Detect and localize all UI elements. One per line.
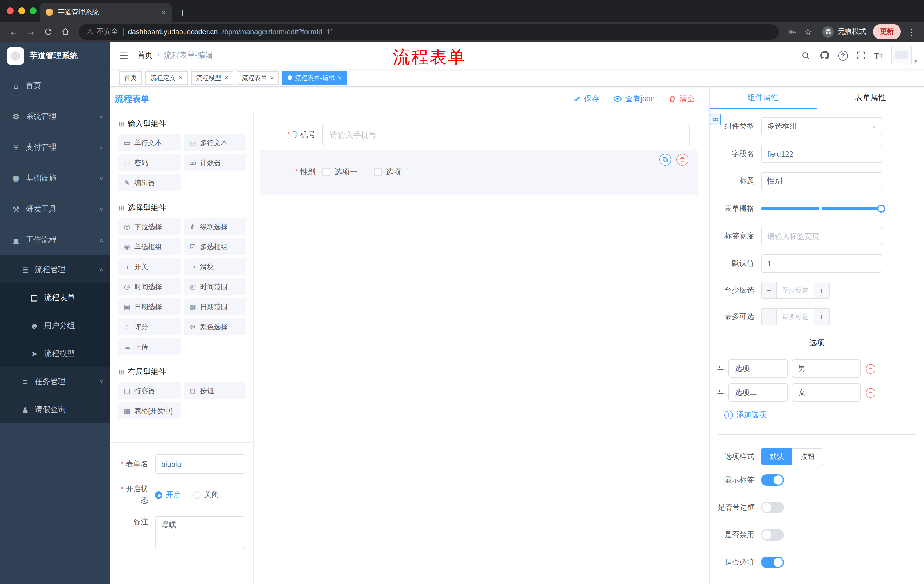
tag-home[interactable]: 首页	[119, 71, 142, 84]
sidebar-item-process-model[interactable]: ➤流程模型	[0, 339, 111, 367]
tab-component-props[interactable]: 组件属性	[710, 87, 817, 109]
plus-button[interactable]: +	[813, 282, 829, 298]
collapse-sidebar-icon[interactable]	[111, 51, 137, 60]
sidebar-item-task-management[interactable]: ≡任务管理∨	[0, 367, 111, 395]
checkbox-option[interactable]: 选项二	[374, 167, 409, 177]
drag-handle-icon[interactable]	[716, 388, 724, 396]
user-menu[interactable]: ▾	[891, 46, 917, 65]
action-view-json-button[interactable]: 查看json	[613, 94, 655, 104]
palette-item-row-container[interactable]: ▢行容器	[118, 382, 181, 400]
password-key-icon[interactable]	[784, 24, 799, 39]
link-icon[interactable]	[710, 114, 721, 125]
plus-button[interactable]: +	[813, 309, 829, 324]
title-input[interactable]	[761, 172, 882, 190]
gender-field[interactable]: 性别 选项一选项二	[260, 167, 698, 177]
delete-field-icon[interactable]	[676, 154, 688, 166]
palette-item-rate[interactable]: ☆评分	[118, 318, 181, 336]
palette-item-editor[interactable]: ✎编辑器	[118, 174, 181, 191]
max-select-input[interactable]	[777, 309, 813, 324]
palette-item-table-dev[interactable]: ▦表格[开发中]	[118, 402, 181, 419]
security-indicator[interactable]: ⚠ 不安全	[87, 27, 118, 36]
reload-icon[interactable]	[40, 24, 56, 40]
palette-item-date-range[interactable]: ▩日期范围	[184, 298, 246, 316]
tab-form-props[interactable]: 表单属性	[817, 87, 924, 109]
palette-item-select[interactable]: ◎下拉选择	[118, 218, 181, 235]
form-canvas[interactable]: 手机号	[254, 111, 709, 584]
minimize-window-button[interactable]	[18, 7, 25, 14]
default-value-input[interactable]	[761, 254, 882, 273]
home-icon[interactable]	[57, 24, 73, 40]
gender-field-selected[interactable]: 性别 选项一选项二	[260, 150, 698, 196]
palette-item-slider[interactable]: ⊸滑块	[184, 258, 246, 275]
sidebar-item-home[interactable]: ⌂首页	[0, 70, 111, 101]
tag-process-model[interactable]: 流程模型×	[191, 71, 233, 84]
minus-button[interactable]: −	[762, 309, 777, 324]
circle-minus-icon[interactable]: −	[866, 364, 875, 373]
disabled-switch[interactable]	[761, 529, 784, 541]
field-name-input[interactable]	[761, 145, 882, 163]
slider-handle[interactable]	[877, 204, 885, 212]
sidebar-item-leave-query[interactable]: ♟请假查询	[0, 395, 111, 423]
status-off-radio[interactable]: 关闭	[193, 490, 219, 500]
palette-item-upload[interactable]: ☁上传	[118, 338, 181, 355]
sidebar-item-process-management[interactable]: ≣流程管理∧	[0, 255, 111, 283]
palette-item-date-picker[interactable]: ▣日期选择	[118, 298, 181, 316]
palette-item-switch[interactable]: ◑开关	[118, 258, 181, 275]
palette-item-password[interactable]: ⊡密码	[118, 154, 181, 171]
tag-close-icon[interactable]: ×	[270, 74, 274, 81]
remark-textarea[interactable]: 嘿嘿	[155, 516, 245, 549]
breadcrumb-home[interactable]: 首页	[137, 50, 153, 61]
palette-item-button[interactable]: ◻按钮	[184, 382, 246, 400]
back-icon[interactable]: ←	[6, 24, 22, 40]
palette-item-time-range[interactable]: ◴时间范围	[184, 278, 246, 295]
palette-item-counter[interactable]: 123计数器	[184, 154, 246, 171]
status-on-radio[interactable]: 开启	[155, 490, 181, 500]
action-clear-button[interactable]: 清空	[668, 94, 695, 104]
update-button[interactable]: 更新	[873, 24, 901, 39]
sidebar-item-infrastructure[interactable]: ▦基础设施∨	[0, 163, 111, 194]
add-option-button[interactable]: + 添加选项	[724, 410, 924, 420]
required-switch[interactable]	[761, 556, 784, 568]
address-bar[interactable]: ⚠ 不安全 dashboard.yudao.iocoder.cn/bpm/man…	[79, 24, 779, 40]
checkbox-icon[interactable]	[322, 168, 330, 176]
close-window-button[interactable]	[7, 7, 14, 14]
tag-close-icon[interactable]: ×	[338, 74, 342, 81]
tag-process-form[interactable]: 流程表单×	[237, 71, 279, 84]
tag-process-form-edit[interactable]: 流程表单-编辑×	[282, 71, 347, 84]
circle-minus-icon[interactable]: −	[866, 388, 875, 397]
browser-tab[interactable]: 芋道管理系统 ×	[40, 3, 172, 22]
sidebar-item-workflow[interactable]: ▣工作流程∧	[0, 225, 111, 255]
palette-item-time-picker[interactable]: ◷时间选择	[118, 278, 181, 295]
show-label-switch[interactable]	[761, 474, 784, 486]
github-icon[interactable]	[819, 50, 829, 61]
phone-field[interactable]: 手机号	[254, 125, 709, 145]
forward-icon[interactable]: →	[23, 24, 39, 40]
tag-close-icon[interactable]: ×	[224, 74, 228, 81]
option-value-input[interactable]	[792, 359, 861, 378]
palette-item-checkbox-group[interactable]: ☑多选框组	[184, 238, 246, 255]
palette-item-radio-group[interactable]: ◉单选框组	[118, 238, 181, 255]
sidebar-item-system-management[interactable]: ⚙系统管理∨	[0, 101, 111, 132]
style-button-button[interactable]: 按钮	[792, 448, 823, 465]
sidebar-item-process-form[interactable]: ▤流程表单	[0, 283, 111, 311]
option-name-input[interactable]	[728, 359, 788, 378]
tab-close-icon[interactable]: ×	[161, 8, 166, 16]
form-grid-slider[interactable]	[761, 199, 884, 218]
form-name-input[interactable]	[155, 454, 246, 474]
browser-menu-icon[interactable]: ⋮	[908, 26, 916, 37]
bookmark-star-icon[interactable]: ☆	[800, 24, 815, 39]
sidebar-item-payment-management[interactable]: ¥支付管理∨	[0, 132, 111, 163]
component-type-select[interactable]: 多选框组 ∨	[761, 117, 882, 135]
label-width-input[interactable]	[761, 227, 882, 245]
search-icon[interactable]	[801, 51, 810, 60]
min-select-input[interactable]	[777, 282, 813, 298]
sidebar-item-user-group[interactable]: ☻用户分组	[0, 311, 111, 339]
sidebar-item-dev-tools[interactable]: ⚒研发工具∨	[0, 194, 111, 225]
help-icon[interactable]: ?	[838, 51, 848, 60]
palette-item-multi-line-text[interactable]: ▤多行文本	[184, 134, 246, 151]
palette-item-single-line-text[interactable]: ▭单行文本	[118, 134, 181, 151]
option-value-input[interactable]	[792, 383, 861, 402]
app-logo-row[interactable]: 芋道管理系统	[0, 42, 111, 70]
tag-close-icon[interactable]: ×	[178, 74, 182, 81]
option-name-input[interactable]	[728, 383, 788, 402]
